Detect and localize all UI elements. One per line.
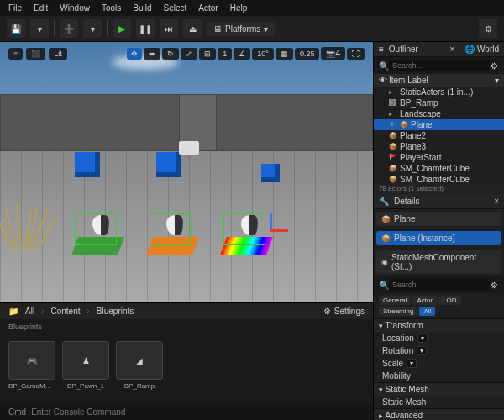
scale-tool-button[interactable]: ⤢ [181, 48, 197, 60]
scale-dropdown[interactable]: ▾ [407, 359, 417, 368]
outliner-item[interactable]: 🅱BP_Ramp [374, 97, 504, 108]
filter-lod[interactable]: LOD [438, 296, 460, 305]
outliner-status: 78 actors (1 selected) [374, 183, 504, 194]
outliner-header: ≡ Outliner × 🌐 World [374, 42, 504, 57]
angle-snap-value[interactable]: 10° [252, 48, 274, 60]
translate-tool-button[interactable]: ⬌ [144, 48, 160, 60]
search-icon: 🔍 [379, 60, 389, 71]
section-static-mesh[interactable]: ▾ Static Mesh [374, 382, 504, 396]
outliner-icon: ≡ [379, 45, 384, 54]
breadcrumb-item[interactable]: Content [50, 307, 80, 316]
pause-button[interactable]: ❚❚ [136, 19, 155, 38]
asset-thumbnail[interactable]: ◢ BP_Ramp [116, 341, 163, 390]
menu-edit[interactable]: Edit [34, 3, 48, 13]
blueprint-icon: ♟ [62, 341, 109, 380]
menu-window[interactable]: Window [60, 3, 90, 13]
outliner-item[interactable]: ▸StaticActors (1 in...) [374, 87, 504, 97]
menu-actor[interactable]: Actor [198, 3, 218, 13]
outliner-column-label[interactable]: Item Label [389, 76, 428, 85]
asset-name: BP_GameMode_1 [8, 382, 55, 390]
breadcrumb: 📁 All › Content › Blueprints ⚙ Settings [0, 303, 373, 319]
world-tab[interactable]: 🌐 World [465, 45, 499, 54]
grid-snap-value[interactable]: 1 [218, 48, 232, 60]
menu-bar: File Edit Window Tools Build Select Acto… [0, 0, 504, 16]
filter-general[interactable]: General [379, 296, 411, 305]
scene-cube [261, 164, 280, 182]
console-input[interactable] [31, 407, 365, 417]
outliner-item[interactable]: 📦SM_ChamferCube [374, 163, 504, 174]
details-header: 🔧 Details × [374, 194, 504, 209]
prop-mobility: Mobility [382, 371, 411, 381]
gear-icon[interactable]: ⚙ [490, 60, 499, 71]
menu-select[interactable]: Select [164, 3, 187, 13]
viewport-perspective-button[interactable]: ⬛ [26, 48, 45, 60]
filter-all[interactable]: All [419, 307, 435, 316]
viewport[interactable]: ≡ ⬛ Lit ✥ ⬌ ↻ ⤢ ⊞ 1 ∠ 10° ▦ 0.25 [0, 42, 373, 302]
camera-speed-button[interactable]: 📷4 [321, 47, 345, 60]
details-title: Details [394, 197, 420, 206]
close-icon[interactable]: × [449, 45, 454, 54]
details-icon: 🔧 [379, 197, 389, 206]
outliner-item[interactable]: ▸Landscape [374, 108, 504, 119]
filter-streaming[interactable]: Streaming [379, 307, 417, 316]
outliner-item-selected[interactable]: 👁📦Plane [374, 119, 504, 130]
details-instance-row[interactable]: 📦 Plane (Instance) [376, 231, 501, 245]
gear-icon[interactable]: ⚙ [490, 279, 499, 291]
platforms-dropdown[interactable]: 🖥 Platforms ▾ [207, 22, 275, 36]
details-search-input[interactable] [389, 279, 490, 291]
search-icon: 🔍 [379, 279, 389, 291]
details-component-row[interactable]: ◉ StaticMeshComponent (St...) [376, 250, 501, 274]
breadcrumb-item[interactable]: All [25, 307, 34, 316]
angle-snap-toggle[interactable]: ∠ [234, 48, 250, 60]
menu-file[interactable]: File [8, 3, 22, 13]
eject-button[interactable]: ⏏ [183, 19, 202, 38]
pawn-icon [239, 215, 260, 240]
asset-thumbnail[interactable]: ♟ BP_Pawn_1 [62, 341, 109, 390]
breadcrumb-item[interactable]: Blueprints [97, 307, 134, 316]
select-tool-button[interactable]: ✥ [127, 48, 142, 60]
details-actor-name[interactable]: 📦 Plane [376, 212, 501, 226]
filter-actor[interactable]: Actor [412, 296, 437, 305]
section-advanced[interactable]: ▸ Advanced [374, 408, 504, 420]
outliner-item[interactable]: 📦SM_ChamferCube [374, 174, 504, 183]
gear-icon: ⚙ [323, 307, 331, 316]
viewport-menu-button[interactable]: ≡ [8, 48, 23, 60]
prop-location: Location [382, 333, 414, 343]
breadcrumb-root[interactable]: 📁 [8, 307, 18, 316]
skip-button[interactable]: ⏭ [160, 19, 178, 38]
details-filters: General Actor LOD Streaming All [374, 293, 504, 318]
menu-help[interactable]: Help [230, 3, 248, 13]
scale-snap-toggle[interactable]: ▦ [276, 48, 293, 60]
outliner-title: Outliner [389, 45, 418, 54]
grid-snap-toggle[interactable]: ⊞ [199, 48, 216, 60]
outliner-tree: 👁 Item Label ▾ ▸StaticActors (1 in...) 🅱… [374, 74, 504, 183]
outliner-item[interactable]: 🚩PlayerStart [374, 152, 504, 163]
rotate-tool-button[interactable]: ↻ [162, 48, 179, 60]
close-icon[interactable]: × [494, 197, 499, 206]
asset-thumbnail[interactable]: 🎮 BP_GameMode_1 [8, 341, 55, 390]
content-settings-button[interactable]: ⚙ Settings [323, 307, 365, 316]
menu-build[interactable]: Build [133, 3, 151, 13]
outliner-item[interactable]: 📦Plane2 [374, 130, 504, 141]
transform-gizmo[interactable] [258, 215, 283, 240]
add-content-button[interactable]: ➕ [60, 19, 78, 38]
outliner-search-input[interactable] [389, 60, 490, 71]
asset-name: BP_Pawn_1 [62, 382, 109, 390]
console-bar: Cmd [0, 404, 373, 420]
platforms-icon: 🖥 [213, 24, 222, 34]
outliner-item[interactable]: 📦Plane3 [374, 141, 504, 152]
marketplace-button[interactable]: ▾ [83, 19, 102, 38]
menu-tools[interactable]: Tools [102, 3, 121, 13]
viewport-viewmode-button[interactable]: Lit [49, 48, 67, 60]
location-dropdown[interactable]: ▾ [417, 333, 428, 343]
section-transform[interactable]: ▾ Transform [374, 318, 504, 332]
pawn-icon [164, 215, 186, 240]
scale-snap-value[interactable]: 0.25 [295, 48, 320, 60]
viewport-maximize-button[interactable]: ⛶ [347, 48, 365, 60]
play-button[interactable]: ▶ [113, 19, 131, 38]
save-button[interactable]: 💾 [7, 19, 25, 38]
settings-button[interactable]: ⚙ [479, 19, 497, 38]
modes-button[interactable]: ▾ [30, 19, 49, 38]
foliage-grass [8, 200, 50, 250]
rotation-dropdown[interactable]: ▾ [417, 346, 427, 355]
